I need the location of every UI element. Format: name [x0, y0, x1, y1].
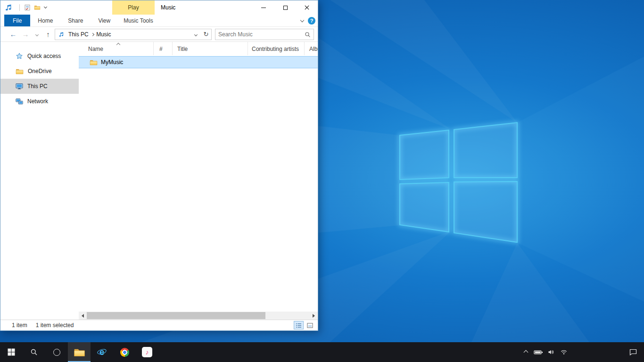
wifi-icon	[561, 349, 567, 355]
expand-ribbon-chevron-icon[interactable]	[300, 18, 304, 22]
quick-access-toolbar-divider	[19, 4, 20, 11]
address-dropdown-chevron-icon[interactable]	[194, 33, 198, 36]
breadcrumb-this-pc[interactable]: This PC	[66, 29, 91, 40]
system-tray	[520, 342, 570, 362]
tab-share[interactable]: Share	[60, 15, 91, 26]
taskbar: e ♪	[0, 342, 644, 362]
taskbar-empty-area	[570, 342, 622, 362]
column-header-contributing-artists[interactable]: Contributing artists	[248, 42, 305, 55]
file-name: MyMusic	[101, 59, 123, 66]
column-header-number[interactable]: #	[154, 42, 173, 55]
minimize-button[interactable]	[253, 0, 274, 15]
close-button[interactable]	[296, 0, 318, 15]
help-button[interactable]: ?	[308, 17, 315, 25]
forward-button[interactable]: →	[20, 27, 31, 42]
breadcrumb-chevron-icon[interactable]	[91, 33, 94, 36]
taskbar-chrome-button[interactable]	[113, 342, 136, 362]
file-explorer-window: Play Music File Home Share View Music To…	[0, 0, 318, 331]
qat-customize-chevron-icon[interactable]	[44, 5, 47, 8]
star-icon	[16, 52, 23, 60]
folder-icon	[90, 59, 98, 66]
nav-item-this-pc[interactable]: This PC	[0, 79, 79, 94]
nav-label: Quick access	[27, 53, 61, 59]
item-count: 1 item	[12, 322, 27, 329]
itunes-music-note-icon: ♪	[142, 347, 152, 357]
column-header-album[interactable]: Album	[305, 42, 318, 55]
network-icon	[16, 98, 23, 105]
action-center-icon	[629, 348, 637, 356]
battery-tray-button[interactable]	[533, 342, 544, 362]
desktop: Play Music File Home Share View Music To…	[0, 0, 644, 362]
show-hidden-icons-button[interactable]	[520, 342, 531, 362]
new-folder-icon[interactable]	[34, 5, 41, 10]
navigation-pane: Quick access OneDrive This PC Network	[0, 42, 79, 320]
back-button[interactable]: ←	[8, 27, 18, 42]
large-icons-view-icon	[307, 322, 313, 329]
breadcrumb-music[interactable]: Music	[94, 29, 113, 40]
ribbon-tab-row: File Home Share View Music Tools ?	[0, 15, 318, 27]
nav-label: OneDrive	[28, 68, 52, 74]
battery-icon	[534, 350, 543, 355]
details-view-button[interactable]	[294, 321, 304, 329]
svg-text:e: e	[99, 347, 104, 357]
contextual-tab-play[interactable]: Play	[112, 0, 155, 15]
tab-home[interactable]: Home	[30, 15, 60, 26]
nav-item-onedrive[interactable]: OneDrive	[0, 64, 79, 79]
folder-icon	[74, 347, 85, 357]
up-button[interactable]: ↑	[43, 27, 53, 42]
file-row-mymusic[interactable]: MyMusic	[79, 56, 318, 68]
explorer-body: Quick access OneDrive This PC Network	[0, 42, 318, 320]
scrollbar-thumb[interactable]	[87, 312, 265, 319]
column-headers: Name # Title Contributing artists Album	[79, 42, 318, 55]
computer-icon	[16, 83, 23, 90]
maximize-button[interactable]	[274, 0, 296, 15]
navigation-toolbar: ← → ↑ This PC Music ↻	[0, 27, 318, 42]
chevron-up-icon	[523, 350, 528, 354]
search-icon[interactable]	[305, 32, 311, 38]
refresh-button[interactable]: ↻	[201, 29, 211, 40]
file-list-pane: Name # Title Contributing artists Album …	[79, 42, 318, 320]
address-bar[interactable]: This PC Music ↻	[55, 29, 212, 40]
cortana-circle-icon	[53, 349, 60, 356]
chrome-icon	[120, 348, 129, 357]
music-note-icon[interactable]	[5, 4, 12, 11]
nav-item-quick-access[interactable]: Quick access	[0, 49, 79, 64]
window-title: Music	[161, 0, 175, 15]
windows-logo-icon	[8, 348, 15, 356]
search-box	[215, 29, 314, 40]
start-button[interactable]	[0, 342, 23, 362]
folder-icon	[16, 68, 24, 74]
nav-label: This PC	[27, 83, 48, 90]
window-controls	[253, 0, 318, 15]
internet-explorer-icon: e	[97, 347, 107, 357]
taskbar-search-button[interactable]	[23, 342, 45, 362]
search-input[interactable]	[218, 31, 305, 38]
scroll-right-arrow-icon[interactable]	[310, 312, 318, 320]
horizontal-scrollbar[interactable]	[79, 312, 318, 320]
large-icons-view-button[interactable]	[305, 321, 315, 329]
details-view-icon	[296, 322, 302, 329]
column-header-name[interactable]: Name	[79, 42, 154, 55]
taskbar-itunes-button[interactable]: ♪	[136, 342, 158, 362]
selection-count: 1 item selected	[36, 322, 74, 329]
taskbar-internet-explorer-button[interactable]: e	[91, 342, 113, 362]
properties-icon[interactable]	[24, 4, 31, 11]
scroll-left-arrow-icon[interactable]	[79, 312, 87, 320]
tab-music-tools[interactable]: Music Tools	[118, 15, 158, 26]
cortana-button[interactable]	[45, 342, 68, 362]
view-toggles	[294, 321, 315, 329]
taskbar-file-explorer-button[interactable]	[68, 342, 91, 362]
nav-label: Network	[27, 98, 48, 105]
speaker-icon	[548, 349, 554, 355]
status-bar: 1 item 1 item selected	[0, 320, 318, 330]
column-header-title[interactable]: Title	[173, 42, 248, 55]
tab-file[interactable]: File	[4, 15, 30, 26]
tab-view[interactable]: View	[91, 15, 118, 26]
music-note-icon	[58, 32, 64, 37]
volume-tray-button[interactable]	[545, 342, 557, 362]
nav-item-network[interactable]: Network	[0, 94, 79, 109]
recent-locations-chevron-icon[interactable]	[35, 33, 39, 36]
action-center-button[interactable]	[622, 342, 644, 362]
titlebar: Play Music	[0, 0, 318, 15]
network-tray-button[interactable]	[558, 342, 570, 362]
